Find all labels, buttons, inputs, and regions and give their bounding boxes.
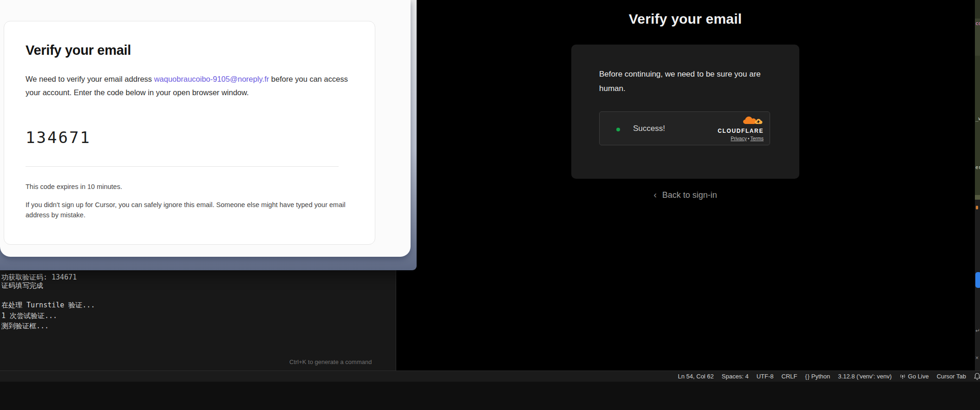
editor-highlight-band (975, 195, 980, 200)
status-bar: Ln 54, Col 62 Spaces: 4 UTF-8 CRLF Pytho… (0, 371, 980, 382)
verification-code: 134671 (26, 128, 91, 147)
terminal-line: 测到验证框... (1, 322, 49, 331)
editor-selection-band (975, 0, 980, 19)
turnstile-widget[interactable]: Success! CLOUDFLARE Privacy•Terms (599, 111, 770, 145)
status-line-col[interactable]: Ln 54, Col 62 (678, 373, 714, 380)
email-window: Verify your email We need to verify your… (0, 0, 417, 270)
code-fragment: er (975, 164, 980, 170)
expiry-note: This code expires in 10 minutes. (26, 183, 122, 190)
email-card: Verify your email We need to verify your… (4, 21, 375, 245)
return-icon: ↵ (975, 327, 980, 334)
terminal-line: 在处理 Turnstile 验证... (1, 301, 95, 310)
privacy-link[interactable]: Privacy (731, 136, 746, 141)
body-text: We need to verify your email address (26, 75, 154, 83)
editor-sliver: co _w er ↵ × (974, 0, 980, 371)
language-label: Python (811, 373, 830, 380)
taskbar: S 1:43 PM 2/12/2025 z (0, 382, 980, 410)
status-eol[interactable]: CRLF (782, 373, 797, 380)
warning-marker (976, 206, 978, 209)
email-address-link[interactable]: waquobraucoibo-9105@noreply.fr (154, 75, 269, 83)
notifications-bell-icon[interactable] (973, 372, 980, 381)
status-interpreter[interactable]: 3.12.8 ('venv': venv) (838, 373, 892, 380)
close-icon[interactable]: × (975, 355, 979, 361)
go-live-label: Go Live (908, 373, 929, 380)
braces-icon (805, 373, 809, 380)
status-bar-right: Ln 54, Col 62 Spaces: 4 UTF-8 CRLF Pytho… (678, 371, 967, 382)
human-verification-card: Before continuing, we need to be sure yo… (571, 45, 799, 179)
success-dot-icon (616, 128, 620, 131)
turnstile-links: Privacy•Terms (708, 136, 764, 141)
back-to-signin-label: Back to sign-in (662, 190, 717, 200)
chevron-left-icon: ‹ (653, 189, 657, 200)
status-encoding[interactable]: UTF-8 (757, 373, 774, 380)
broadcast-icon (900, 373, 906, 379)
divider (26, 166, 339, 167)
email-title: Verify your email (26, 43, 131, 58)
links-separator: • (748, 136, 750, 141)
desktop: Verify your email Before continuing, we … (0, 0, 980, 410)
cloudflare-wordmark: CLOUDFLARE (708, 128, 764, 134)
cloudflare-branding: CLOUDFLARE Privacy•Terms (708, 117, 764, 141)
blue-marker[interactable] (975, 272, 980, 288)
terminal-line: 证码填写完成 (1, 281, 43, 290)
verification-prompt: Before continuing, we need to be sure yo… (599, 67, 762, 96)
terminal-line: 功获取验证码: 134671 (1, 273, 77, 282)
cloudflare-logo-icon (742, 116, 764, 127)
editor-selection-band (975, 56, 980, 195)
turnstile-status: Success! (633, 124, 665, 133)
back-to-signin-link[interactable]: ‹Back to sign-in (396, 189, 974, 200)
status-language[interactable]: Python (805, 373, 830, 380)
browser-window: Verify your email Before continuing, we … (396, 0, 974, 371)
code-fragment: co (975, 20, 980, 26)
page-title: Verify your email (396, 11, 974, 27)
disclaimer-text: If you didn't sign up for Cursor, you ca… (26, 200, 347, 220)
terminal-line: 1 次尝试验证... (1, 312, 57, 320)
terms-link[interactable]: Terms (750, 136, 764, 141)
status-indentation[interactable]: Spaces: 4 (722, 373, 749, 380)
terminal-panel[interactable]: 功获取验证码: 134671 证码填写完成 在处理 Turnstile 验证..… (0, 270, 396, 371)
terminal-hint: Ctrl+K to generate a command (289, 358, 372, 365)
status-cursor-tab[interactable]: Cursor Tab (937, 373, 966, 380)
code-fragment: _w (975, 116, 980, 122)
email-body: We need to verify your email address waq… (26, 72, 354, 99)
email-window-content: Verify your email We need to verify your… (0, 0, 411, 257)
status-go-live[interactable]: Go Live (900, 373, 929, 380)
